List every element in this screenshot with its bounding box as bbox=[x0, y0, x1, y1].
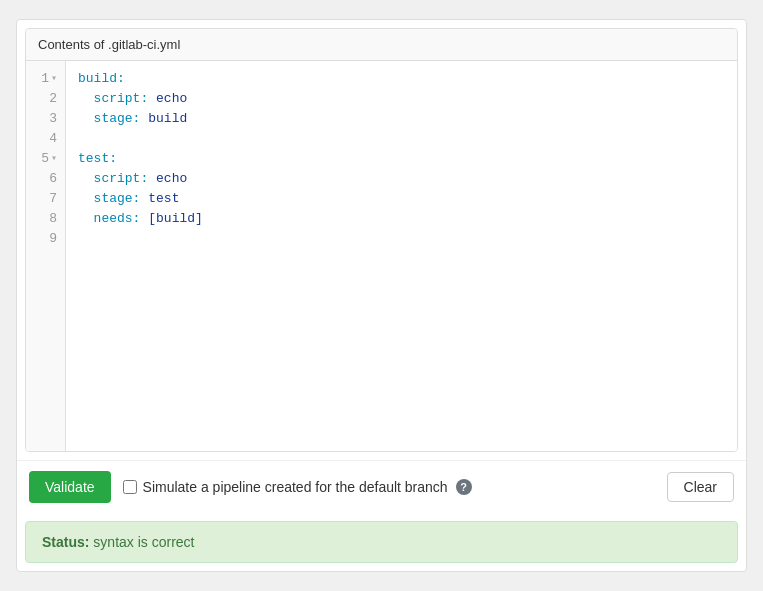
indent-segment bbox=[78, 211, 94, 226]
value-segment: echo bbox=[156, 91, 187, 106]
key-segment: stage: bbox=[94, 111, 141, 126]
key-segment: needs: bbox=[94, 211, 141, 226]
line-number: 2 bbox=[26, 89, 65, 109]
key-segment: build: bbox=[78, 71, 125, 86]
line-number: 7 bbox=[26, 189, 65, 209]
status-label: Status: bbox=[42, 534, 89, 550]
indent-segment bbox=[78, 171, 94, 186]
key-segment: script: bbox=[94, 171, 149, 186]
code-line: stage: test bbox=[78, 189, 725, 209]
indent-segment bbox=[78, 191, 94, 206]
code-line: needs: [build] bbox=[78, 209, 725, 229]
fold-indicator[interactable]: ▾ bbox=[51, 149, 57, 169]
main-container: Contents of .gitlab-ci.yml 1▾2345▾6789 b… bbox=[16, 19, 747, 572]
value-segment: echo bbox=[156, 171, 187, 186]
fold-indicator[interactable]: ▾ bbox=[51, 69, 57, 89]
key-segment: script: bbox=[94, 91, 149, 106]
simulate-checkbox-label[interactable]: Simulate a pipeline created for the defa… bbox=[123, 479, 472, 495]
indent-segment bbox=[78, 111, 94, 126]
space-segment bbox=[148, 171, 156, 186]
code-line: stage: build bbox=[78, 109, 725, 129]
editor-header: Contents of .gitlab-ci.yml bbox=[26, 29, 737, 61]
file-title: Contents of .gitlab-ci.yml bbox=[38, 37, 180, 52]
line-number: 5▾ bbox=[26, 149, 65, 169]
editor-section: Contents of .gitlab-ci.yml 1▾2345▾6789 b… bbox=[25, 28, 738, 452]
code-line: script: echo bbox=[78, 169, 725, 189]
simulate-checkbox[interactable] bbox=[123, 480, 137, 494]
code-line bbox=[78, 129, 725, 149]
simulate-label: Simulate a pipeline created for the defa… bbox=[143, 479, 448, 495]
line-number: 8 bbox=[26, 209, 65, 229]
code-line: build: bbox=[78, 69, 725, 89]
help-icon[interactable]: ? bbox=[456, 479, 472, 495]
code-line: test: bbox=[78, 149, 725, 169]
code-line: script: echo bbox=[78, 89, 725, 109]
space-segment bbox=[148, 91, 156, 106]
status-bar: Status: syntax is correct bbox=[25, 521, 738, 563]
value-segment: [build] bbox=[148, 211, 203, 226]
value-segment: build bbox=[148, 111, 187, 126]
code-area[interactable]: build: script: echo stage: buildtest: sc… bbox=[66, 61, 737, 451]
code-line bbox=[78, 229, 725, 249]
key-segment: test: bbox=[78, 151, 117, 166]
clear-button[interactable]: Clear bbox=[667, 472, 734, 502]
status-message: syntax is correct bbox=[89, 534, 194, 550]
line-numbers: 1▾2345▾6789 bbox=[26, 61, 66, 451]
toolbar: Validate Simulate a pipeline created for… bbox=[17, 460, 746, 513]
line-number: 9 bbox=[26, 229, 65, 249]
line-number: 6 bbox=[26, 169, 65, 189]
validate-button[interactable]: Validate bbox=[29, 471, 111, 503]
indent-segment bbox=[78, 91, 94, 106]
editor-body: 1▾2345▾6789 build: script: echo stage: b… bbox=[26, 61, 737, 451]
key-segment: stage: bbox=[94, 191, 141, 206]
line-number: 4 bbox=[26, 129, 65, 149]
line-number: 1▾ bbox=[26, 69, 65, 89]
line-number: 3 bbox=[26, 109, 65, 129]
value-segment: test bbox=[148, 191, 179, 206]
